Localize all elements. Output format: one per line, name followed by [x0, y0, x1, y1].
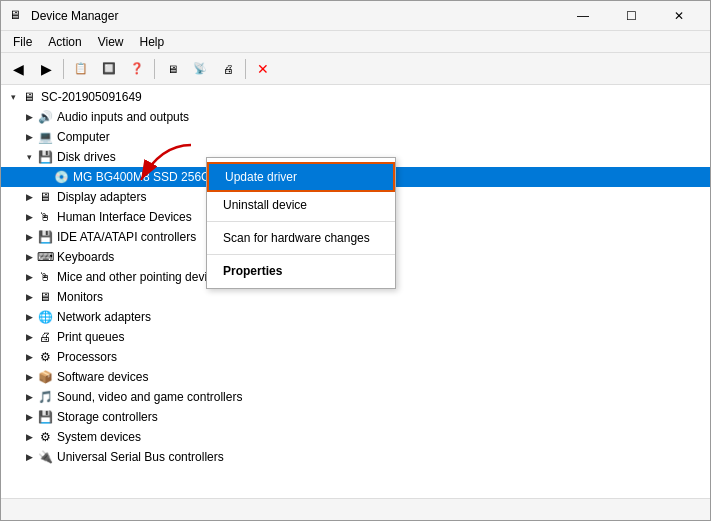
tree-soft[interactable]: ▶ 📦 Software devices — [1, 367, 710, 387]
ctx-properties[interactable]: Properties — [207, 258, 395, 284]
storage-expander[interactable]: ▶ — [21, 409, 37, 425]
keyboard-icon: ⌨ — [37, 249, 53, 265]
mice-icon: 🖱 — [37, 269, 53, 285]
tree-usb[interactable]: ▶ 🔌 Universal Serial Bus controllers — [1, 447, 710, 467]
disk-icon: 💾 — [37, 149, 53, 165]
monitors-label: Monitors — [57, 290, 103, 304]
computer-icon: 🖥 — [21, 89, 37, 105]
computer-expander[interactable]: ▶ — [21, 129, 37, 145]
status-bar — [1, 498, 710, 520]
toolbar: ◀ ▶ 📋 🔲 ❓ 🖥 📡 🖨 ✕ — [1, 53, 710, 85]
scan-button[interactable]: 📡 — [187, 57, 213, 81]
storage-label: Storage controllers — [57, 410, 158, 424]
computer-node-icon: 💻 — [37, 129, 53, 145]
toolbar-separator-2 — [154, 59, 155, 79]
print-button[interactable]: 🖨 — [215, 57, 241, 81]
system-label: System devices — [57, 430, 141, 444]
usb-expander[interactable]: ▶ — [21, 449, 37, 465]
system-icon: ⚙ — [37, 429, 53, 445]
monitors-expander[interactable]: ▶ — [21, 289, 37, 305]
ctx-separator-2 — [207, 254, 395, 255]
hid-label: Human Interface Devices — [57, 210, 192, 224]
display-icon: 🖥 — [37, 189, 53, 205]
update-driver-button[interactable]: 🔲 — [96, 57, 122, 81]
mice-expander[interactable]: ▶ — [21, 269, 37, 285]
menu-view[interactable]: View — [90, 33, 132, 51]
mice-label: Mice and other pointing devices — [57, 270, 226, 284]
menu-bar: File Action View Help — [1, 31, 710, 53]
tree-storage[interactable]: ▶ 💾 Storage controllers — [1, 407, 710, 427]
display-expander[interactable]: ▶ — [21, 189, 37, 205]
soft-label: Software devices — [57, 370, 148, 384]
root-label: SC-201905091649 — [41, 90, 142, 104]
network-label: Network adapters — [57, 310, 151, 324]
ctx-scan[interactable]: Scan for hardware changes — [207, 225, 395, 251]
delete-button[interactable]: ✕ — [250, 57, 276, 81]
print-expander[interactable]: ▶ — [21, 329, 37, 345]
tree-root[interactable]: ▾ 🖥 SC-201905091649 — [1, 87, 710, 107]
computer-button[interactable]: 🖥 — [159, 57, 185, 81]
tree-print[interactable]: ▶ 🖨 Print queues — [1, 327, 710, 347]
tree-computer[interactable]: ▶ 💻 Computer — [1, 127, 710, 147]
tree-system[interactable]: ▶ ⚙ System devices — [1, 427, 710, 447]
tree-audio[interactable]: ▶ 🔊 Audio inputs and outputs — [1, 107, 710, 127]
audio-label: Audio inputs and outputs — [57, 110, 189, 124]
disk-expander[interactable]: ▾ — [21, 149, 37, 165]
toolbar-separator-1 — [63, 59, 64, 79]
keyboard-expander[interactable]: ▶ — [21, 249, 37, 265]
context-menu: Update driver Uninstall device Scan for … — [206, 157, 396, 289]
sound-label: Sound, video and game controllers — [57, 390, 242, 404]
usb-label: Universal Serial Bus controllers — [57, 450, 224, 464]
monitors-icon: 🖥 — [37, 289, 53, 305]
window-controls: — ☐ ✕ — [560, 1, 702, 31]
proc-expander[interactable]: ▶ — [21, 349, 37, 365]
diskdev-icon: 💿 — [53, 169, 69, 185]
device-manager-window: 🖥 Device Manager — ☐ ✕ File Action View … — [0, 0, 711, 521]
network-expander[interactable]: ▶ — [21, 309, 37, 325]
menu-action[interactable]: Action — [40, 33, 89, 51]
proc-label: Processors — [57, 350, 117, 364]
sound-icon: 🎵 — [37, 389, 53, 405]
tree-sound[interactable]: ▶ 🎵 Sound, video and game controllers — [1, 387, 710, 407]
ide-icon: 💾 — [37, 229, 53, 245]
diskdev-expander — [37, 169, 53, 185]
tree-proc[interactable]: ▶ ⚙ Processors — [1, 347, 710, 367]
sound-expander[interactable]: ▶ — [21, 389, 37, 405]
window-title: Device Manager — [31, 9, 560, 23]
close-button[interactable]: ✕ — [656, 1, 702, 31]
usb-icon: 🔌 — [37, 449, 53, 465]
tree-monitors[interactable]: ▶ 🖥 Monitors — [1, 287, 710, 307]
properties-button[interactable]: 📋 — [68, 57, 94, 81]
window-icon: 🖥 — [9, 8, 25, 24]
root-expander[interactable]: ▾ — [5, 89, 21, 105]
toolbar-separator-3 — [245, 59, 246, 79]
print-label: Print queues — [57, 330, 124, 344]
content-area: ▾ 🖥 SC-201905091649 ▶ 🔊 Audio inputs and… — [1, 85, 710, 498]
forward-button[interactable]: ▶ — [33, 57, 59, 81]
audio-expander[interactable]: ▶ — [21, 109, 37, 125]
soft-expander[interactable]: ▶ — [21, 369, 37, 385]
storage-icon: 💾 — [37, 409, 53, 425]
soft-icon: 📦 — [37, 369, 53, 385]
back-button[interactable]: ◀ — [5, 57, 31, 81]
audio-icon: 🔊 — [37, 109, 53, 125]
device-tree[interactable]: ▾ 🖥 SC-201905091649 ▶ 🔊 Audio inputs and… — [1, 85, 710, 498]
maximize-button[interactable]: ☐ — [608, 1, 654, 31]
ide-expander[interactable]: ▶ — [21, 229, 37, 245]
menu-file[interactable]: File — [5, 33, 40, 51]
minimize-button[interactable]: — — [560, 1, 606, 31]
help-button[interactable]: ❓ — [124, 57, 150, 81]
keyboard-label: Keyboards — [57, 250, 114, 264]
hid-icon: 🖱 — [37, 209, 53, 225]
tree-network[interactable]: ▶ 🌐 Network adapters — [1, 307, 710, 327]
title-bar: 🖥 Device Manager — ☐ ✕ — [1, 1, 710, 31]
system-expander[interactable]: ▶ — [21, 429, 37, 445]
proc-icon: ⚙ — [37, 349, 53, 365]
ctx-separator — [207, 221, 395, 222]
hid-expander[interactable]: ▶ — [21, 209, 37, 225]
ctx-uninstall[interactable]: Uninstall device — [207, 192, 395, 218]
menu-help[interactable]: Help — [132, 33, 173, 51]
ctx-update-driver[interactable]: Update driver — [207, 162, 395, 192]
disk-label: Disk drives — [57, 150, 116, 164]
computer-label: Computer — [57, 130, 110, 144]
